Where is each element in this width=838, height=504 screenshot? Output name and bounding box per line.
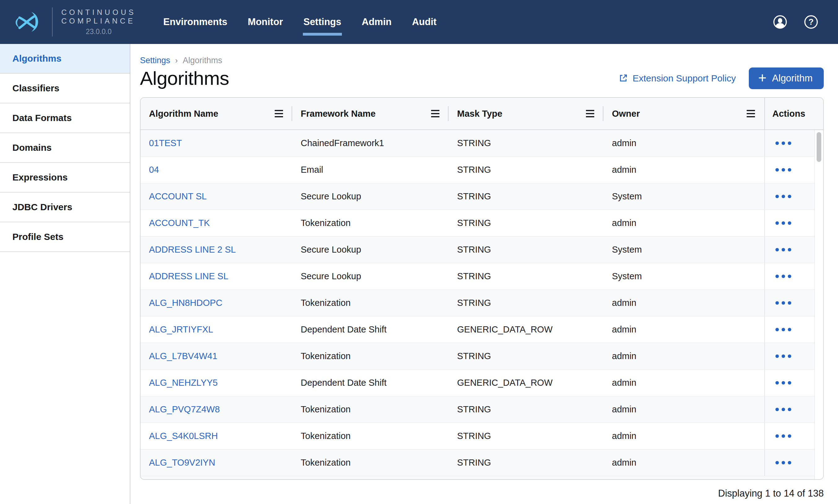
algorithm-name-link[interactable]: ALG_NEHZLYY5 — [149, 378, 218, 388]
mask-type-cell: GENERIC_DATA_ROW — [449, 317, 604, 343]
column-menu-icon[interactable] — [745, 108, 757, 119]
row-actions-button[interactable] — [772, 430, 794, 442]
top-nav-item[interactable]: Admin — [362, 16, 391, 28]
row-actions-button[interactable] — [772, 244, 794, 256]
row-actions-cell — [764, 423, 815, 449]
extension-support-policy-link[interactable]: Extension Support Policy — [619, 73, 736, 84]
owner-cell: admin — [604, 396, 764, 422]
table-row: ACCOUNT_TK Tokenization STRING admin — [141, 210, 815, 236]
algorithm-name-link[interactable]: ADDRESS LINE 2 SL — [149, 245, 236, 255]
row-actions-cell — [764, 157, 815, 183]
algorithm-name-link[interactable]: ALG_PVQ7Z4W8 — [149, 404, 220, 415]
owner-cell: admin — [604, 157, 764, 183]
algorithm-name-link[interactable]: ACCOUNT_TK — [149, 218, 210, 228]
table-row: ALG_TO9V2IYN Tokenization STRING admin — [141, 450, 815, 476]
framework-name-cell: Tokenization — [292, 210, 449, 236]
algorithm-name-cell: ALG_PVQ7Z4W8 — [141, 396, 292, 422]
row-actions-cell — [764, 183, 815, 210]
owner-cell: admin — [604, 343, 764, 369]
brand-divider — [52, 7, 53, 37]
algorithm-name-link[interactable]: ALG_S4K0LSRH — [149, 431, 218, 441]
framework-name-cell: Secure Lookup — [292, 183, 449, 210]
sidebar-item[interactable]: Classifiers — [0, 74, 130, 103]
add-algorithm-button[interactable]: + Algorithm — [749, 68, 824, 89]
row-actions-button[interactable] — [772, 457, 794, 469]
column-header-owner: Owner — [604, 98, 764, 129]
owner-cell: System — [604, 236, 764, 263]
column-menu-icon[interactable] — [584, 108, 596, 119]
table-scrollbar-thumb[interactable] — [817, 132, 821, 162]
add-button-label: Algorithm — [772, 73, 813, 84]
framework-name-cell: Tokenization — [292, 343, 449, 369]
algorithm-name-link[interactable]: ALG_L7BV4W41 — [149, 351, 217, 361]
column-menu-icon[interactable] — [429, 108, 441, 119]
page-title: Algorithms — [140, 67, 229, 89]
sidebar-item[interactable]: Data Formats — [0, 103, 130, 133]
table-scrollbar-track[interactable] — [815, 130, 823, 480]
column-menu-icon[interactable] — [273, 108, 285, 119]
top-nav-item[interactable]: Audit — [412, 16, 436, 28]
table-row: ALG_JRTIYFXL Dependent Date Shift GENERI… — [141, 317, 815, 343]
sidebar-item[interactable]: Profile Sets — [0, 222, 130, 252]
owner-cell: System — [604, 183, 764, 210]
column-header-actions: Actions — [764, 98, 815, 129]
owner-cell: admin — [604, 370, 764, 396]
algorithm-name-link[interactable]: ACCOUNT SL — [149, 191, 207, 201]
mask-type-cell: STRING — [449, 183, 604, 210]
row-actions-cell — [764, 130, 815, 156]
framework-name-cell: Tokenization — [292, 450, 449, 476]
page-header-actions: Extension Support Policy + Algorithm — [619, 68, 824, 89]
breadcrumb: Settings › Algorithms — [140, 56, 824, 65]
page-header: Algorithms Extension Support Policy + Al… — [140, 67, 824, 89]
sidebar-item[interactable]: Domains — [0, 133, 130, 163]
row-actions-button[interactable] — [772, 377, 794, 389]
mask-type-cell: STRING — [449, 423, 604, 449]
owner-cell: admin — [604, 317, 764, 343]
algorithm-name-link[interactable]: 01TEST — [149, 138, 182, 148]
framework-name-cell: ChainedFramework1 — [292, 130, 449, 156]
mask-type-cell: STRING — [449, 157, 604, 183]
sidebar-item[interactable]: Algorithms — [0, 44, 130, 74]
algorithm-name-link[interactable]: 04 — [149, 165, 159, 175]
column-header-framework-name: Framework Name — [292, 98, 449, 129]
algorithm-name-link[interactable]: ADDRESS LINE SL — [149, 271, 228, 282]
sidebar-item[interactable]: Expressions — [0, 163, 130, 193]
table-row-partial — [141, 476, 823, 480]
algorithm-name-link[interactable]: ALG_TO9V2IYN — [149, 457, 215, 468]
row-actions-button[interactable] — [772, 350, 794, 362]
owner-cell: admin — [604, 450, 764, 476]
help-icon[interactable]: ? — [804, 15, 818, 29]
row-actions-button[interactable] — [772, 403, 794, 415]
owner-cell: admin — [604, 423, 764, 449]
column-header-algorithm-name: Algorithm Name — [141, 98, 292, 129]
mask-type-cell: STRING — [449, 450, 604, 476]
algorithm-name-cell: 04 — [141, 157, 292, 183]
row-actions-button[interactable] — [772, 270, 794, 282]
sidebar-item[interactable]: JDBC Drivers — [0, 193, 130, 222]
mask-type-cell: STRING — [449, 396, 604, 422]
table-row: 04 Email STRING admin — [141, 157, 815, 183]
owner-cell: admin — [604, 210, 764, 236]
row-actions-cell — [764, 210, 815, 236]
top-nav-item[interactable]: Monitor — [248, 16, 283, 28]
table-row: ALG_S4K0LSRH Tokenization STRING admin — [141, 423, 815, 450]
mask-type-cell: STRING — [449, 343, 604, 369]
row-actions-button[interactable] — [772, 137, 794, 149]
algorithm-name-cell: ALG_NEHZLYY5 — [141, 370, 292, 396]
top-nav-item[interactable]: Environments — [163, 16, 227, 28]
algorithm-name-cell: ADDRESS LINE SL — [141, 263, 292, 289]
top-nav-item[interactable]: Settings — [303, 16, 341, 28]
owner-cell: admin — [604, 130, 764, 156]
row-actions-cell — [764, 290, 815, 316]
algorithm-name-link[interactable]: ALG_HN8HDOPC — [149, 298, 222, 308]
algorithm-name-link[interactable]: ALG_JRTIYFXL — [149, 324, 213, 335]
breadcrumb-settings-link[interactable]: Settings — [140, 56, 170, 65]
user-account-icon[interactable] — [773, 15, 787, 29]
brand-wordmark: CONTINUOUS COMPLIANCE 23.0.0.0 — [61, 8, 136, 36]
row-actions-button[interactable] — [772, 191, 794, 202]
row-actions-button[interactable] — [772, 164, 794, 176]
row-actions-button[interactable] — [772, 324, 794, 336]
row-actions-button[interactable] — [772, 217, 794, 229]
row-actions-button[interactable] — [772, 297, 794, 309]
framework-name-cell: Tokenization — [292, 396, 449, 422]
